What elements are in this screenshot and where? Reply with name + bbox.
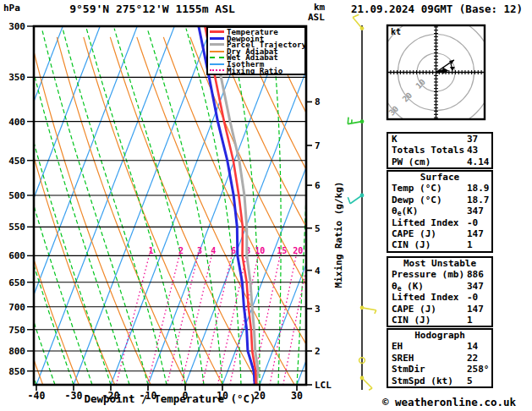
table-row: θe (K)347 xyxy=(388,281,491,292)
table-row-label: CIN (J) xyxy=(392,315,431,326)
table-section-header: Hodograph xyxy=(388,330,491,341)
table-row: Temp (°C)18.9 xyxy=(388,183,491,194)
table-row-label: Dewp (°C) xyxy=(392,195,442,206)
table-row-label: EH xyxy=(392,341,403,352)
altitude-axis-unit-asl: ASL xyxy=(308,12,325,23)
legend-line-sample xyxy=(210,37,224,40)
legend: TemperatureDewpointParcel TrajectoryDry … xyxy=(206,26,306,75)
table-row-label: Pressure (mb) xyxy=(392,269,464,280)
copyright-text: © weatheronline.co.uk xyxy=(382,396,516,408)
table-row: SREH22 xyxy=(388,353,491,364)
table-row: CAPE (J)147 xyxy=(388,228,491,239)
table-row: Pressure (mb)886 xyxy=(388,269,491,280)
table-row-value: 1 xyxy=(467,315,473,326)
table-row: CAPE (J)147 xyxy=(388,304,491,315)
table-row-label: PW (cm) xyxy=(392,156,431,167)
table-section-header: Surface xyxy=(388,172,491,183)
table-row-label: CAPE (J) xyxy=(392,304,436,315)
table-section-header: Most Unstable xyxy=(388,258,491,269)
table-row: Dewp (°C)18.7 xyxy=(388,195,491,206)
legend-item-label: Mixing Ratio xyxy=(227,68,282,74)
table-row-value: -0 xyxy=(467,292,478,303)
table-row-label: CAPE (J) xyxy=(392,228,436,239)
table-row: Lifted Index-0 xyxy=(388,292,491,303)
table-row-label: StmSpd (kt) xyxy=(392,375,453,386)
table-row-value: 1 xyxy=(467,239,473,250)
pressure-axis-unit: hPa xyxy=(3,3,20,14)
legend-line-sample xyxy=(210,63,224,65)
table-row: StmSpd (kt)5 xyxy=(388,375,491,386)
table-row: StmDir258° xyxy=(388,364,491,375)
table-row-value: 147 xyxy=(467,228,484,239)
table-row: EH14 xyxy=(388,341,491,352)
indices-table: SurfaceTemp (°C)18.9Dewp (°C)18.7θe(K)34… xyxy=(387,170,493,253)
temperature-axis-title: Dewpoint / Temperature (°C) xyxy=(34,392,306,405)
legend-line-sample xyxy=(210,30,224,33)
table-row-value: 886 xyxy=(467,269,484,280)
table-row: Totals Totals43 xyxy=(388,145,491,156)
table-row: CIN (J)1 xyxy=(388,239,491,250)
table-row: K37 xyxy=(388,134,491,145)
legend-line-sample xyxy=(210,43,224,46)
table-row-value: 5 xyxy=(467,375,473,386)
table-row: PW (cm)4.14 xyxy=(388,156,491,167)
indices-table: HodographEH14SREH22StmDir258°StmSpd (kt)… xyxy=(387,328,493,388)
table-row-label: K xyxy=(392,134,398,145)
skewt-sounding-page: { "header": { "pressure_unit": "hPa", "t… xyxy=(0,0,532,411)
table-row-value: 18.7 xyxy=(467,195,490,206)
table-row-value: -0 xyxy=(467,217,478,228)
indices-table: Most UnstablePressure (mb)886θe (K)347Li… xyxy=(387,256,493,327)
run-date-title: 21.09.2024 09GMT (Base: 12) xyxy=(342,3,532,15)
lcl-marker-label: LCL xyxy=(315,380,332,391)
table-row-label: Temp (°C) xyxy=(392,183,442,194)
table-row-value: 14 xyxy=(467,341,478,352)
legend-line-sample xyxy=(210,57,224,58)
table-row-label: StmDir xyxy=(392,364,425,375)
hodograph-unit-label: kt xyxy=(391,27,401,36)
indices-table: K37Totals Totals43PW (cm)4.14 xyxy=(387,132,493,169)
mixing-ratio-axis-label: Mixing Ratio (g/kg) xyxy=(333,178,344,292)
table-row-label: Lifted Index xyxy=(392,217,458,228)
table-row: Lifted Index-0 xyxy=(388,217,491,228)
table-row-value: 147 xyxy=(467,304,484,315)
table-row-label: θe (K) xyxy=(392,281,424,293)
table-row-value: 18.9 xyxy=(467,183,490,194)
table-row: θe(K)347 xyxy=(388,206,491,216)
table-row-label: SREH xyxy=(392,353,414,364)
table-row-value: 347 xyxy=(467,206,484,216)
table-row-label: CIN (J) xyxy=(392,239,431,250)
table-row-label: θe(K) xyxy=(392,206,418,217)
table-row: CIN (J)1 xyxy=(388,315,491,326)
legend-line-sample xyxy=(210,69,224,71)
table-row-value: 258° xyxy=(467,364,490,375)
table-row-value: 347 xyxy=(467,281,484,292)
table-row-value: 4.14 xyxy=(467,156,490,167)
table-row-value: 22 xyxy=(467,353,478,364)
legend-line-sample xyxy=(210,51,224,52)
legend-item: Mixing Ratio xyxy=(210,68,304,74)
table-row-value: 37 xyxy=(467,134,478,145)
page-title: 9°59'N 275°12'W 1155m ASL xyxy=(42,3,262,15)
table-row-value: 43 xyxy=(467,145,478,156)
table-row-label: Totals Totals xyxy=(392,145,464,156)
table-row-label: Lifted Index xyxy=(392,292,458,303)
